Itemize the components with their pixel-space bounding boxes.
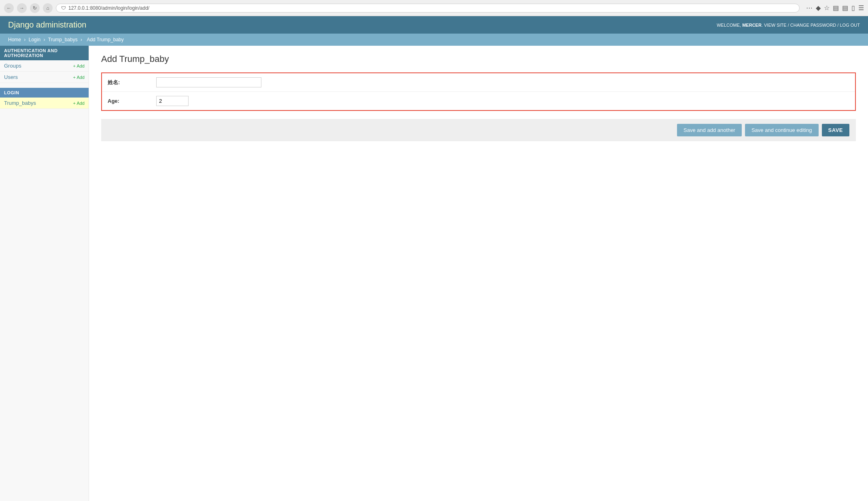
trump-babys-label: Trump_babys xyxy=(4,100,36,106)
groups-add-link[interactable]: + Add xyxy=(73,64,85,68)
age-input[interactable] xyxy=(156,96,189,106)
age-label: Age: xyxy=(108,98,156,104)
user-info: WELCOME, MERCER. VIEW SITE / CHANGE PASS… xyxy=(717,23,860,28)
star-icon[interactable]: ☆ xyxy=(824,4,830,12)
auth-section-title: Authentication and Authorization xyxy=(0,46,89,60)
url-text: 127.0.0.1:8080/admin/login/login/add/ xyxy=(68,5,149,11)
users-add-link[interactable]: + Add xyxy=(73,75,85,80)
view-site-link[interactable]: VIEW SITE xyxy=(764,23,787,28)
menu-dots-icon[interactable]: ⋯ xyxy=(806,4,813,12)
save-button[interactable]: SAVE xyxy=(822,124,849,136)
save-continue-button[interactable]: Save and continue editing xyxy=(745,124,819,136)
users-label: Users xyxy=(4,74,18,80)
name-input[interactable] xyxy=(156,77,261,87)
name-row: 姓名: xyxy=(102,73,855,92)
age-field xyxy=(156,96,189,106)
back-button[interactable]: ← xyxy=(4,3,14,13)
sidebar-item-trump-babys[interactable]: Trump_babys + Add xyxy=(0,98,89,109)
age-row: Age: xyxy=(102,92,855,110)
welcome-text: WELCOME, xyxy=(717,23,741,28)
forward-button[interactable]: → xyxy=(17,3,27,13)
reload-button[interactable]: ↻ xyxy=(30,3,40,13)
login-section-title: Login xyxy=(0,88,89,98)
sidebar-item-groups[interactable]: Groups + Add xyxy=(0,60,89,72)
bookmark-icon[interactable]: ◆ xyxy=(816,4,821,12)
breadcrumb-home[interactable]: Home xyxy=(8,37,21,42)
username: MERCER xyxy=(742,23,762,28)
security-icon: 🛡 xyxy=(61,5,66,11)
breadcrumb: Home › Login › Trump_babys › Add Trump_b… xyxy=(0,34,868,46)
sidebar-item-users[interactable]: Users + Add xyxy=(0,72,89,83)
hamburger-icon[interactable]: ☰ xyxy=(858,4,864,12)
groups-label: Groups xyxy=(4,63,21,69)
name-field xyxy=(156,77,261,87)
page-title: Add Trump_baby xyxy=(101,54,856,64)
log-out-link[interactable]: LOG OUT xyxy=(840,23,860,28)
extensions-icon[interactable]: ▤ xyxy=(833,4,839,12)
browser-chrome: ← → ↻ ⌂ 🛡 127.0.0.1:8080/admin/login/log… xyxy=(0,0,868,16)
change-password-link[interactable]: CHANGE PASSWORD xyxy=(790,23,836,28)
breadcrumb-current: Add Trump_baby xyxy=(87,37,123,42)
admin-title: Django administration xyxy=(8,20,86,30)
admin-header: Django administration WELCOME, MERCER. V… xyxy=(0,16,868,34)
profile-icon[interactable]: ▯ xyxy=(851,4,855,12)
name-label: 姓名: xyxy=(108,79,156,86)
home-button[interactable]: ⌂ xyxy=(43,3,53,13)
browser-toolbar: ⋯ ◆ ☆ ▤ ▤ ▯ ☰ xyxy=(806,4,864,12)
breadcrumb-login[interactable]: Login xyxy=(29,37,40,42)
sidebar-toggle-icon[interactable]: ▤ xyxy=(842,4,848,12)
save-add-another-button[interactable]: Save and add another xyxy=(677,124,742,136)
form-module: 姓名: Age: xyxy=(101,72,856,111)
address-bar[interactable]: 🛡 127.0.0.1:8080/admin/login/login/add/ xyxy=(56,4,800,13)
sidebar: Authentication and Authorization Groups … xyxy=(0,46,89,501)
submit-row: Save and add another Save and continue e… xyxy=(101,119,856,141)
trump-babys-add-link[interactable]: + Add xyxy=(73,101,85,106)
main-content: Add Trump_baby 姓名: Age: Save and add ano… xyxy=(89,46,868,501)
breadcrumb-trump-babys[interactable]: Trump_babys xyxy=(48,37,78,42)
